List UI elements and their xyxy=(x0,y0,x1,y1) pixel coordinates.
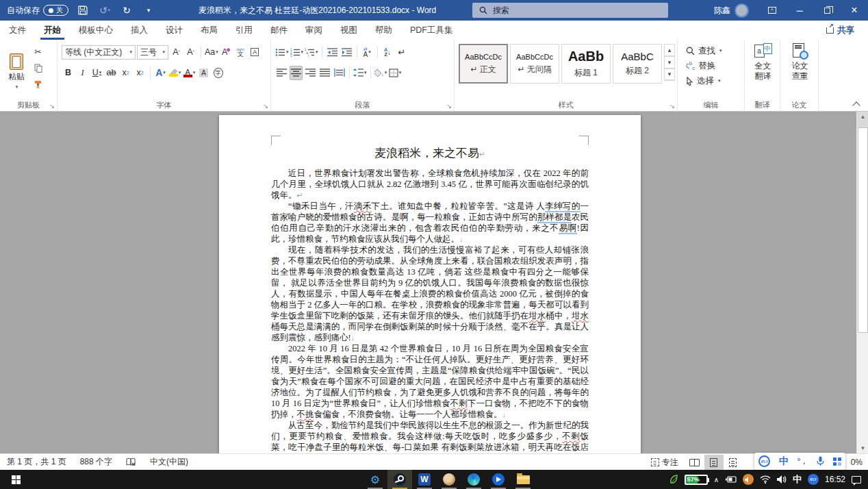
strikethrough-icon[interactable]: ab xyxy=(105,66,118,80)
paragraph-dialog-launcher-icon[interactable]: ↘ xyxy=(446,103,452,110)
ifly-chinese-mode-icon[interactable]: 中 xyxy=(779,455,789,468)
find-button[interactable]: 查找▾ xyxy=(686,43,741,58)
style-标题 2[interactable]: AaBbC标题 2 xyxy=(613,44,662,84)
text-effects-icon[interactable]: A▾ xyxy=(154,66,167,80)
ifly-input-toolbar[interactable]: iFLY 中 °， xyxy=(754,453,845,470)
minimize-icon[interactable]: ─ xyxy=(786,0,813,21)
page-indicator[interactable]: 第 1 页，共 1 页 xyxy=(0,456,73,468)
volume-icon[interactable] xyxy=(777,475,787,484)
highlight-color-icon[interactable]: ▾ xyxy=(168,66,181,80)
document-page[interactable]: 麦浪稻米，来之不易↵ 近日，世界粮食计划署发出警告称，全球粮食危机持续加深，仅在… xyxy=(219,115,641,453)
start-button[interactable] xyxy=(0,470,31,489)
sort-icon[interactable]: AZ↓ xyxy=(381,45,394,60)
clear-formatting-icon[interactable]: A◆ xyxy=(220,45,233,60)
web-layout-icon[interactable] xyxy=(724,455,743,470)
shading-icon[interactable]: ▾ xyxy=(374,66,387,80)
taskbar-file-explorer-icon[interactable] xyxy=(511,470,535,489)
tab-插入[interactable]: 插入 xyxy=(122,21,157,40)
search-input[interactable]: 搜索 xyxy=(472,3,668,18)
word-count[interactable]: 888 个字 xyxy=(73,456,119,468)
battery-indicator[interactable]: 57% xyxy=(685,475,708,485)
scroll-down-icon[interactable]: ▼ xyxy=(857,443,868,453)
show-formatting-marks-icon[interactable]: ↵ xyxy=(396,45,409,60)
taskbar-steam-icon[interactable] xyxy=(387,470,412,489)
tab-邮件[interactable]: 邮件 xyxy=(261,21,296,40)
tab-开始[interactable]: 开始 xyxy=(35,21,70,40)
taskbar-settings-icon[interactable]: ⚙ xyxy=(363,470,387,489)
decrease-indent-icon[interactable] xyxy=(326,45,339,60)
tab-引用[interactable]: 引用 xyxy=(227,21,261,40)
paragraph-5[interactable]: 从古至今，勤俭节约是我们中华民族得以生生不息的根源之一。作为新世纪的我们，更要节… xyxy=(271,420,589,453)
taskbar-browser-icon[interactable] xyxy=(486,470,511,489)
style-正文[interactable]: AaBbCcDc↵ 正文 xyxy=(459,44,508,84)
scroll-up-icon[interactable]: ▲ xyxy=(857,112,868,122)
bold-icon[interactable]: B xyxy=(62,66,75,80)
ifly-punctuation-icon[interactable]: °， xyxy=(797,456,808,466)
read-mode-icon[interactable] xyxy=(685,455,704,470)
paragraph-1[interactable]: 近日，世界粮食计划署发出警告称，全球粮食危机持续加深，仅在 2022 年的前几个… xyxy=(271,168,589,201)
tab-审阅[interactable]: 审阅 xyxy=(296,21,331,40)
ifly-mic-icon[interactable] xyxy=(817,456,824,466)
font-dialog-launcher-icon[interactable]: ↘ xyxy=(263,103,268,110)
asian-layout-icon[interactable]: ⇄A▾ xyxy=(361,45,374,60)
focus-mode-button[interactable]: ▯专注 xyxy=(644,457,685,468)
align-left-icon[interactable] xyxy=(275,66,288,80)
audio-device-icon[interactable] xyxy=(743,474,754,485)
taskbar-word-icon[interactable]: W xyxy=(412,470,437,489)
borders-icon[interactable]: ▾ xyxy=(389,66,402,80)
clock[interactable]: 16:52 xyxy=(825,475,845,484)
character-shading-icon[interactable]: A xyxy=(197,66,210,80)
numbered-list-icon[interactable]: 123▾ xyxy=(290,45,304,60)
style-标题 1[interactable]: AaBb标题 1 xyxy=(561,44,611,84)
ribbon-display-options-icon[interactable]: ^ xyxy=(758,0,786,21)
replace-button[interactable]: ςbc 替换 xyxy=(686,58,741,73)
paper-check-button[interactable]: 论文查重 xyxy=(784,43,815,83)
bullet-list-icon[interactable]: ▾ xyxy=(275,45,289,60)
select-button[interactable]: 选择▾ xyxy=(686,73,741,88)
vertical-scrollbar[interactable]: ▲ ▼ xyxy=(856,112,868,453)
italic-icon[interactable]: I xyxy=(76,66,89,80)
undo-icon[interactable]: ↺▾ xyxy=(97,3,112,18)
share-button[interactable]: 共享 xyxy=(822,23,858,38)
phonetic-guide-icon[interactable]: wén文 xyxy=(234,45,247,60)
tab-文件[interactable]: 文件 xyxy=(0,21,35,40)
superscript-icon[interactable]: x2 xyxy=(133,66,146,80)
zoom-level[interactable]: 0% xyxy=(845,457,868,467)
autosave-toggle[interactable]: 自动保存 关 xyxy=(7,5,68,16)
paste-button[interactable]: 粘贴 ▾ xyxy=(4,43,29,100)
power-status-icon[interactable] xyxy=(725,475,737,484)
wifi-icon[interactable] xyxy=(760,475,771,484)
cut-icon[interactable]: ✂ xyxy=(31,45,44,59)
autosave-switch[interactable]: 关 xyxy=(43,5,68,16)
save-icon[interactable] xyxy=(75,3,90,18)
proofing-status-icon[interactable] xyxy=(119,457,143,466)
multilevel-list-icon[interactable]: 1ai▾ xyxy=(305,45,318,60)
subscript-icon[interactable]: x2 xyxy=(119,66,132,80)
tab-PDF工具集[interactable]: PDF工具集 xyxy=(401,21,462,40)
action-center-icon[interactable] xyxy=(852,476,861,484)
print-layout-icon[interactable] xyxy=(704,455,724,470)
underline-icon[interactable]: U▾ xyxy=(90,66,103,80)
style-无间隔[interactable]: AaBbCcDc↵ 无间隔 xyxy=(510,44,559,84)
ifly-menu-icon[interactable] xyxy=(833,457,841,466)
format-painter-icon[interactable] xyxy=(31,77,44,92)
close-icon[interactable]: × xyxy=(841,0,868,21)
increase-indent-icon[interactable] xyxy=(340,45,353,60)
full-text-translate-button[interactable]: a 中 全文翻译 xyxy=(749,43,777,83)
clipboard-dialog-launcher-icon[interactable]: ↘ xyxy=(49,103,55,110)
paragraph-2[interactable]: “锄禾日当午，汗滴禾下土。谁知盘中餐，粒粒皆辛苦。”这是诗 人李绅写的一首家喻户… xyxy=(271,201,589,244)
distribute-text-icon[interactable] xyxy=(333,66,346,80)
restore-icon[interactable] xyxy=(813,0,841,21)
tab-视图[interactable]: 视图 xyxy=(331,21,366,40)
taskbar-edge-icon[interactable] xyxy=(461,470,486,489)
styles-gallery-more-icon[interactable]: ▼ xyxy=(664,68,675,81)
collapse-ribbon-icon[interactable] xyxy=(852,101,861,108)
grow-font-icon[interactable]: Aˆ xyxy=(170,45,183,60)
styles-dialog-launcher-icon[interactable]: ↘ xyxy=(669,103,675,110)
align-center-icon[interactable] xyxy=(290,66,303,80)
tab-设计[interactable]: 设计 xyxy=(157,21,192,40)
line-spacing-icon[interactable]: ▾ xyxy=(353,66,367,80)
tab-模板中心[interactable]: 模板中心 xyxy=(70,21,122,40)
paragraph-4[interactable]: 2022 年 10 月 16 日是第 42 个世界粮食日，10 月 16 日所在… xyxy=(271,343,589,420)
account-button[interactable]: 陈鑫 xyxy=(714,3,749,18)
